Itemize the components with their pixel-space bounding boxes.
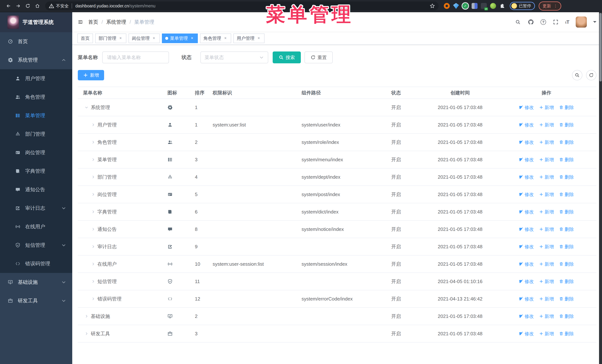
- sidebar-item-菜单管理[interactable]: 菜单管理: [0, 106, 72, 125]
- add-link[interactable]: 新增: [539, 261, 554, 267]
- status-select[interactable]: 菜单状态: [200, 52, 268, 63]
- address-bar[interactable]: 不安全 dashboard.yudao.iocoder.cn/system/me…: [45, 1, 439, 10]
- sidebar-item-用户管理[interactable]: 用户管理: [0, 69, 72, 88]
- add-link[interactable]: 新增: [539, 122, 554, 128]
- font-size-icon[interactable]: tT: [565, 19, 570, 25]
- add-link[interactable]: 新增: [539, 174, 554, 180]
- scrollbar-thumb[interactable]: [599, 13, 602, 82]
- close-icon[interactable]: ×: [190, 36, 194, 41]
- delete-link[interactable]: 删除: [559, 209, 574, 215]
- sidebar-item-字典管理[interactable]: 字典管理: [0, 162, 72, 180]
- sidebar-logo[interactable]: 芋道管理系统: [0, 12, 72, 32]
- edit-link[interactable]: 修改: [519, 244, 534, 250]
- tag-首页[interactable]: 首页: [77, 33, 93, 43]
- collapse-arrow-icon[interactable]: [85, 314, 88, 318]
- edit-link[interactable]: 修改: [519, 279, 534, 285]
- delete-link[interactable]: 删除: [559, 157, 574, 163]
- collapse-arrow-icon[interactable]: [91, 279, 95, 283]
- collapse-arrow-icon[interactable]: [91, 297, 95, 301]
- orange-circle-icon[interactable]: [444, 3, 450, 9]
- delete-link[interactable]: 删除: [559, 104, 574, 111]
- collapse-arrow-icon[interactable]: [91, 175, 95, 179]
- bookmark-star-icon[interactable]: [430, 3, 435, 9]
- page-scrollbar[interactable]: [599, 12, 602, 364]
- edit-link[interactable]: 修改: [519, 174, 534, 180]
- edit-link[interactable]: 修改: [519, 296, 534, 302]
- add-link[interactable]: 新增: [539, 296, 554, 302]
- delete-link[interactable]: 删除: [559, 296, 574, 302]
- delete-link[interactable]: 删除: [559, 279, 574, 285]
- sidebar-item-系统管理[interactable]: 系统管理: [0, 51, 72, 69]
- edit-link[interactable]: 修改: [519, 331, 534, 337]
- edit-link[interactable]: 修改: [519, 104, 534, 111]
- delete-link[interactable]: 删除: [559, 331, 574, 337]
- delete-link[interactable]: 删除: [559, 191, 574, 198]
- edit-link[interactable]: 修改: [519, 122, 534, 128]
- profile-chip[interactable]: 已暂停: [510, 2, 535, 10]
- edit-link[interactable]: 修改: [519, 261, 534, 267]
- edit-link[interactable]: 修改: [519, 191, 534, 198]
- sidebar-item-基础设施[interactable]: 基础设施: [0, 273, 72, 291]
- browser-update-button[interactable]: 更新 ⋮: [539, 1, 561, 10]
- breadcrumb-system[interactable]: 系统管理: [106, 19, 126, 25]
- delete-link[interactable]: 删除: [559, 226, 574, 232]
- add-link[interactable]: 新增: [539, 209, 554, 215]
- reset-button[interactable]: 重置: [304, 52, 333, 63]
- edit-link[interactable]: 修改: [519, 157, 534, 163]
- sidebar-item-通知公告[interactable]: 通知公告: [0, 180, 72, 199]
- delete-link[interactable]: 删除: [559, 313, 574, 319]
- delete-link[interactable]: 删除: [559, 139, 574, 145]
- add-link[interactable]: 新增: [539, 279, 554, 285]
- dark-on-badge-icon[interactable]: on: [481, 3, 487, 9]
- collapse-arrow-icon[interactable]: [91, 192, 95, 197]
- sidebar-item-短信管理[interactable]: 短信管理: [0, 236, 72, 254]
- tag-部门管理[interactable]: 部门管理 ×: [95, 33, 126, 43]
- split-tiles-icon[interactable]: [472, 3, 478, 9]
- add-link[interactable]: 新增: [539, 226, 554, 232]
- add-button[interactable]: 新增: [78, 70, 104, 80]
- sidebar-item-错误码管理[interactable]: 错误码管理: [0, 254, 72, 273]
- sidebar-item-岗位管理[interactable]: 岗位管理: [0, 143, 72, 162]
- sidebar-item-角色管理[interactable]: 角色管理: [0, 88, 72, 106]
- green-check-icon[interactable]: ✓: [462, 3, 468, 9]
- add-link[interactable]: 新增: [539, 104, 554, 111]
- delete-link[interactable]: 删除: [559, 261, 574, 267]
- sidebar-item-审计日志[interactable]: 审计日志: [0, 199, 72, 217]
- delete-link[interactable]: 删除: [559, 244, 574, 250]
- delete-link[interactable]: 删除: [559, 174, 574, 180]
- edit-link[interactable]: 修改: [519, 209, 534, 215]
- refresh-table-button[interactable]: [586, 70, 596, 80]
- sidebar-item-首页[interactable]: 首页: [0, 32, 72, 51]
- add-link[interactable]: 新增: [539, 331, 554, 337]
- sidebar-item-研发工具[interactable]: 研发工具: [0, 291, 72, 310]
- edit-link[interactable]: 修改: [519, 139, 534, 145]
- back-icon[interactable]: [4, 1, 13, 11]
- tag-角色管理[interactable]: 角色管理 ×: [200, 33, 231, 43]
- help-icon[interactable]: ?: [540, 19, 546, 25]
- forward-icon[interactable]: [13, 1, 23, 11]
- user-avatar[interactable]: [576, 16, 587, 28]
- close-icon[interactable]: ×: [151, 36, 156, 41]
- collapse-arrow-icon[interactable]: [91, 210, 95, 214]
- close-icon[interactable]: ×: [256, 36, 261, 41]
- github-icon[interactable]: [527, 19, 534, 25]
- reload-icon[interactable]: [23, 1, 32, 11]
- search-button[interactable]: 搜索: [273, 52, 301, 63]
- collapse-arrow-icon[interactable]: [91, 157, 95, 162]
- collapse-arrow-icon[interactable]: [85, 332, 88, 336]
- breadcrumb-home[interactable]: 首页: [88, 19, 98, 25]
- fullscreen-icon[interactable]: [552, 19, 559, 25]
- puzzle-icon[interactable]: [499, 3, 505, 9]
- add-link[interactable]: 新增: [539, 244, 554, 250]
- home-icon[interactable]: [32, 1, 42, 11]
- frog-icon[interactable]: [490, 3, 496, 9]
- collapse-arrow-icon[interactable]: [91, 245, 95, 249]
- add-link[interactable]: 新增: [539, 191, 554, 198]
- sidebar-item-部门管理[interactable]: 部门管理: [0, 125, 72, 143]
- collapse-arrow-icon[interactable]: [91, 140, 95, 144]
- edit-link[interactable]: 修改: [519, 226, 534, 232]
- tag-菜单管理[interactable]: 菜单管理 ×: [162, 33, 198, 43]
- hamburger-icon[interactable]: [78, 20, 83, 25]
- tag-岗位管理[interactable]: 岗位管理 ×: [129, 33, 160, 43]
- delete-link[interactable]: 删除: [559, 122, 574, 128]
